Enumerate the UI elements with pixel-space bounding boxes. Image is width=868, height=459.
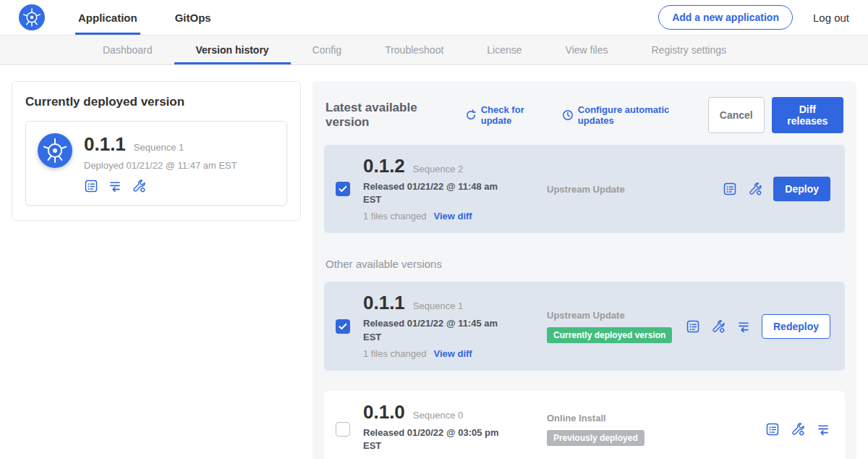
release-notes-icon[interactable] <box>84 179 98 193</box>
version-source: Upstream Update <box>547 310 686 321</box>
release-notes-icon[interactable] <box>686 319 700 334</box>
config-icon[interactable] <box>748 182 762 196</box>
header-actions: Cancel Diff releases <box>708 97 843 133</box>
check-for-update-link[interactable]: Check for update <box>465 104 550 126</box>
version-number: 0.1.1 <box>363 293 405 312</box>
diff-releases-button[interactable]: Diff releases <box>772 97 843 133</box>
version-row: 0.1.2 Sequence 2 Released 01/21/22 @ 11:… <box>324 145 845 233</box>
version-checkbox[interactable] <box>336 422 350 437</box>
diff-icon[interactable] <box>736 319 751 334</box>
tab-license[interactable]: License <box>465 35 543 64</box>
version-row: 0.1.0 Sequence 0 Released 01/20/22 @ 03:… <box>324 391 845 459</box>
version-sequence: Sequence 0 <box>413 410 463 421</box>
release-notes-icon[interactable] <box>723 182 737 196</box>
version-info: 0.1.1 Sequence 1 Released 01/21/22 @ 11:… <box>363 293 528 358</box>
redeploy-button[interactable]: Redeploy <box>762 314 830 339</box>
diff-icon[interactable] <box>108 179 122 193</box>
latest-version-header: Latest available version Check for updat… <box>324 94 845 133</box>
files-changed-label: 1 files changed <box>363 211 426 222</box>
deployed-sequence-label: Sequence 1 <box>134 142 184 153</box>
version-source-col: Upstream Update <box>528 184 723 195</box>
currently-deployed-badge: Currently deployed version <box>547 327 672 343</box>
app-icon <box>38 133 72 168</box>
version-actions: Redeploy <box>686 314 833 339</box>
tab-application[interactable]: Application <box>75 0 140 35</box>
version-history-panel: Latest available version Check for updat… <box>312 81 856 459</box>
diff-icon[interactable] <box>816 422 830 437</box>
released-timestamp: Released 01/21/22 @ 11:48 am EST <box>363 180 505 206</box>
tab-view-files[interactable]: View files <box>544 35 630 64</box>
latest-version-title: Latest available version <box>326 101 454 130</box>
deployed-version-card: 0.1.1 Sequence 1 Deployed 01/21/22 @ 11:… <box>25 121 287 206</box>
other-versions-heading: Other available versions <box>326 258 843 270</box>
view-diff-link[interactable]: View diff <box>433 348 472 359</box>
previously-deployed-badge: Previously deployed <box>547 430 644 446</box>
tab-gitops[interactable]: GitOps <box>172 0 214 35</box>
configure-auto-updates-link[interactable]: Configure automatic updates <box>562 104 697 126</box>
version-checkbox[interactable] <box>336 319 350 334</box>
tab-version-history[interactable]: Version history <box>174 35 291 64</box>
view-diff-link[interactable]: View diff <box>433 211 472 222</box>
clock-icon <box>562 109 574 121</box>
released-timestamp: Released 01/20/22 @ 03:05 pm EST <box>363 426 505 452</box>
main-content: Currently deployed version 0.1.1 Sequenc… <box>0 65 868 459</box>
version-source: Online Install <box>547 413 765 424</box>
logout-button[interactable]: Log out <box>813 12 849 24</box>
files-changed-label: 1 files changed <box>363 348 426 359</box>
top-nav: Application GitOps Add a new application… <box>0 0 868 35</box>
version-row: 0.1.1 Sequence 1 Released 01/21/22 @ 11:… <box>324 282 845 370</box>
tab-registry-settings[interactable]: Registry settings <box>629 35 747 64</box>
config-icon[interactable] <box>791 422 805 437</box>
tab-config[interactable]: Config <box>291 35 363 64</box>
released-timestamp: Released 01/21/22 @ 11:45 am EST <box>363 317 505 343</box>
config-icon[interactable] <box>132 179 146 193</box>
version-info: 0.1.2 Sequence 2 Released 01/21/22 @ 11:… <box>363 156 528 222</box>
version-source: Upstream Update <box>547 184 723 195</box>
version-sequence: Sequence 2 <box>413 164 463 174</box>
refresh-icon <box>465 109 477 121</box>
version-source-col: Online Install Previously deployed <box>528 413 765 446</box>
release-notes-icon[interactable] <box>765 422 780 437</box>
version-checkbox[interactable] <box>336 182 350 196</box>
currently-deployed-card: Currently deployed version 0.1.1 Sequenc… <box>12 81 301 221</box>
deployed-version-number: 0.1.1 <box>84 135 126 153</box>
app-sub-nav: Dashboard Version history Config Trouble… <box>0 35 868 65</box>
version-actions <box>765 422 833 437</box>
deployed-timestamp: Deployed 01/21/22 @ 11:47 am EST <box>84 160 237 171</box>
version-source-col: Upstream Update Currently deployed versi… <box>528 310 686 343</box>
version-number: 0.1.2 <box>363 156 405 175</box>
add-application-button[interactable]: Add a new application <box>658 5 793 30</box>
deploy-button[interactable]: Deploy <box>773 177 830 201</box>
deployed-actions <box>84 179 237 193</box>
cancel-button[interactable]: Cancel <box>708 97 765 133</box>
tab-troubleshoot[interactable]: Troubleshoot <box>363 35 465 64</box>
version-sequence: Sequence 1 <box>413 300 463 311</box>
kubernetes-logo-icon[interactable] <box>19 4 45 30</box>
version-number: 0.1.0 <box>363 403 405 421</box>
check-for-update-label: Check for update <box>481 104 550 126</box>
tab-dashboard[interactable]: Dashboard <box>81 35 174 64</box>
configure-auto-updates-label: Configure automatic updates <box>578 104 697 126</box>
config-icon[interactable] <box>711 319 726 334</box>
version-actions: Deploy <box>723 177 833 201</box>
deployed-card-title: Currently deployed version <box>25 95 287 109</box>
version-info: 0.1.0 Sequence 0 Released 01/20/22 @ 03:… <box>363 403 528 457</box>
